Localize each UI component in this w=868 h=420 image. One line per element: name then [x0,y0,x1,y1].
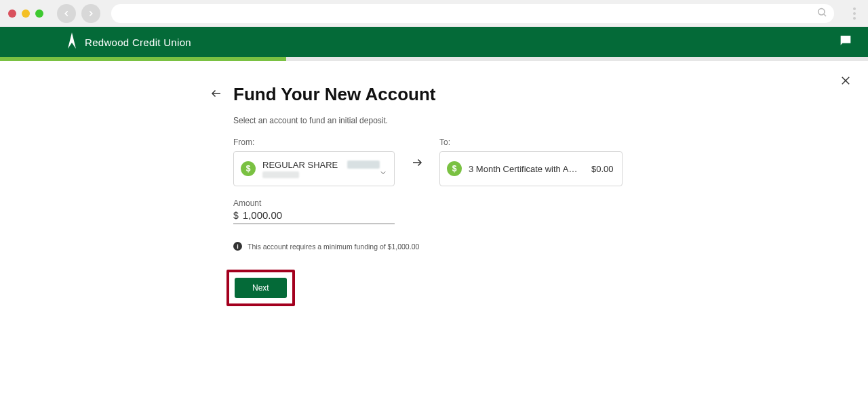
amount-label: Amount [233,198,395,208]
url-bar[interactable] [111,4,834,23]
from-account-select[interactable]: $ REGULAR SHARE [233,151,395,186]
back-arrow-icon[interactable] [210,87,222,102]
app-header: Redwood Credit Union [0,27,868,57]
amount-field: Amount $ [233,198,395,224]
currency-symbol: $ [233,210,239,221]
from-column: From: $ REGULAR SHARE [233,138,395,186]
info-text: This account requires a minimum funding … [248,243,419,251]
to-account-balance: $0.00 [591,164,614,174]
chevron-down-icon [379,168,387,179]
search-icon [816,7,827,20]
dollar-icon: $ [447,161,462,176]
close-icon[interactable] [840,75,852,90]
dollar-icon: $ [241,161,256,176]
redacted-balance [347,161,380,169]
brand-name: Redwood Credit Union [85,37,191,48]
to-account-card: $ 3 Month Certificate with Active C... $… [439,151,623,186]
window-maximize-dot[interactable] [35,9,43,18]
window-minimize-dot[interactable] [22,9,30,18]
browser-back-button[interactable] [57,4,76,23]
svg-line-1 [824,14,826,16]
to-account-name: 3 Month Certificate with Active C... [469,164,580,174]
amount-input[interactable] [243,209,395,221]
content-area: Fund Your New Account Select an account … [0,61,868,306]
next-button-highlight: Next [226,270,295,306]
svg-point-0 [818,8,825,14]
page-subtitle: Select an account to fund an initial dep… [233,116,834,125]
svg-marker-2 [68,33,76,49]
chat-icon[interactable] [838,33,853,51]
from-account-name: REGULAR SHARE [262,160,338,170]
window-close-dot[interactable] [8,9,16,18]
browser-chrome [0,0,868,27]
browser-menu-icon[interactable] [849,7,860,20]
brand-logo-icon [66,33,78,51]
traffic-lights [8,9,43,18]
to-column: To: $ 3 Month Certificate with Active C.… [439,138,623,186]
next-button[interactable]: Next [235,278,287,298]
brand[interactable]: Redwood Credit Union [66,33,191,51]
from-label: From: [233,138,395,147]
transfer-arrow-icon [411,156,423,171]
page-title: Fund Your New Account [233,84,436,105]
redacted-account-number [262,171,299,178]
browser-forward-button[interactable] [81,4,100,23]
info-row: i This account requires a minimum fundin… [233,242,834,251]
to-label: To: [439,138,623,147]
info-icon: i [233,242,242,251]
